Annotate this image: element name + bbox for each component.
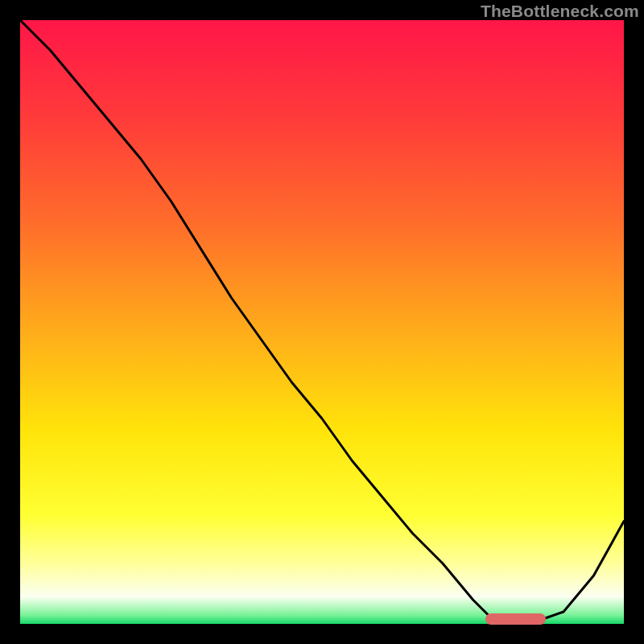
optimal-range-marker: [485, 613, 546, 625]
figure: TheBottleneck.com: [0, 0, 644, 644]
gradient-rect: [20, 20, 624, 624]
plot-area: [20, 20, 624, 624]
background-gradient: [20, 20, 624, 624]
watermark-text: TheBottleneck.com: [481, 2, 639, 21]
